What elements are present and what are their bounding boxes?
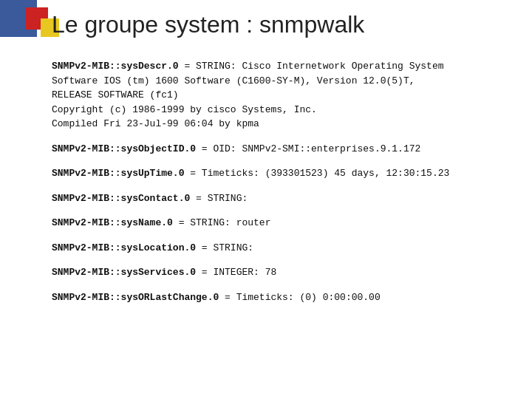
mib-block-objectid: SNMPv2-MIB::sysObjectID.0 = OID: SNMPv2-… [52,142,517,157]
mib-key: SNMPv2-MIB::sysUpTime.0 [52,168,184,179]
mib-value: = STRING: router [173,217,271,228]
mib-value: = STRING: [196,242,253,253]
page-title: Le groupe system : snmpwalk [52,11,517,38]
header: Le groupe system : snmpwalk [52,11,517,53]
mib-value: = Timeticks: (0) 0:00:00.00 [219,292,380,303]
mib-line-descr-2: RELEASE SOFTWARE (fc1) [52,88,517,103]
mib-line-contact-0: SNMPv2-MIB::sysContact.0 = STRING: [52,191,517,206]
mib-key: SNMPv2-MIB::sysName.0 [52,217,173,228]
mib-block-contact: SNMPv2-MIB::sysContact.0 = STRING: [52,191,517,206]
mib-line-uptime-0: SNMPv2-MIB::sysUpTime.0 = Timeticks: (39… [52,166,517,181]
page-container: Le groupe system : snmpwalk SNMPv2-MIB::… [0,0,532,399]
mib-line-name-0: SNMPv2-MIB::sysName.0 = STRING: router [52,216,517,231]
mib-line-location-0: SNMPv2-MIB::sysLocation.0 = STRING: [52,241,517,256]
mib-value: = Timeticks: (393301523) 45 days, 12:30:… [184,168,449,179]
mib-blocks: SNMPv2-MIB::sysDescr.0 = STRING: Cisco I… [52,59,517,304]
mib-key: SNMPv2-MIB::sysLocation.0 [52,242,196,253]
mib-block-uptime: SNMPv2-MIB::sysUpTime.0 = Timeticks: (39… [52,166,517,181]
mib-value: = STRING: [190,193,248,204]
mib-value: = STRING: Cisco Internetwork Operating S… [179,61,444,72]
mib-line-orlastchange-0: SNMPv2-MIB::sysORLastChange.0 = Timetick… [52,290,517,305]
mib-line-descr-4: Compiled Fri 23-Jul-99 06:04 by kpma [52,117,517,132]
mib-key: SNMPv2-MIB::sysServices.0 [52,267,196,278]
mib-key: SNMPv2-MIB::sysDescr.0 [52,61,179,72]
mib-block-descr: SNMPv2-MIB::sysDescr.0 = STRING: Cisco I… [52,59,517,132]
mib-line-objectid-0: SNMPv2-MIB::sysObjectID.0 = OID: SNMPv2-… [52,142,517,157]
mib-key: SNMPv2-MIB::sysObjectID.0 [52,143,196,154]
mib-line-descr-0: SNMPv2-MIB::sysDescr.0 = STRING: Cisco I… [52,59,517,74]
mib-line-descr-3: Copyright (c) 1986-1999 by cisco Systems… [52,103,517,117]
content-area: SNMPv2-MIB::sysDescr.0 = STRING: Cisco I… [52,59,517,384]
mib-value: = OID: SNMPv2-SMI::enterprises.9.1.172 [196,143,420,154]
mib-line-descr-1: Software IOS (tm) 1600 Software (C1600-S… [52,74,517,89]
mib-block-name: SNMPv2-MIB::sysName.0 = STRING: router [52,216,517,231]
mib-key: SNMPv2-MIB::sysORLastChange.0 [52,292,219,303]
mib-line-services-0: SNMPv2-MIB::sysServices.0 = INTEGER: 78 [52,265,517,280]
mib-key: SNMPv2-MIB::sysContact.0 [52,193,190,204]
mib-block-location: SNMPv2-MIB::sysLocation.0 = STRING: [52,241,517,256]
mib-value: = INTEGER: 78 [196,267,276,278]
mib-block-orlastchange: SNMPv2-MIB::sysORLastChange.0 = Timetick… [52,290,517,305]
mib-block-services: SNMPv2-MIB::sysServices.0 = INTEGER: 78 [52,265,517,280]
